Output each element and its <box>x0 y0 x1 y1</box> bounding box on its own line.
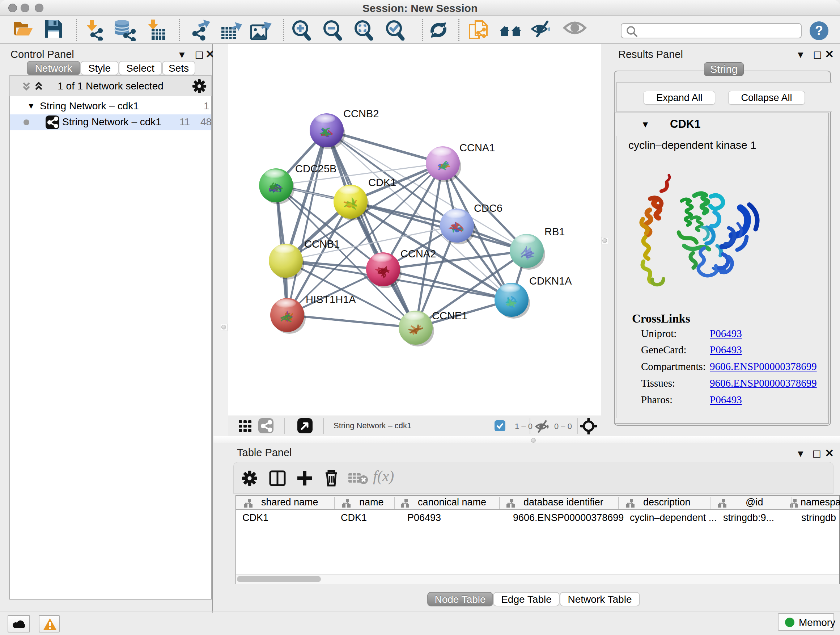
svg-text:CCNB2: CCNB2 <box>343 108 379 119</box>
svg-text:?: ? <box>815 23 823 38</box>
svg-text:HIST1H1A: HIST1H1A <box>306 294 356 305</box>
svg-text:CCNA1: CCNA1 <box>459 142 495 154</box>
svg-text:CCNA2: CCNA2 <box>401 248 436 260</box>
svg-text:CCNE1: CCNE1 <box>432 310 467 321</box>
svg-text:CDC6: CDC6 <box>474 203 502 214</box>
svg-text:CDK1: CDK1 <box>368 177 396 188</box>
svg-text:CDC25B: CDC25B <box>295 163 336 174</box>
svg-text:CCNB1: CCNB1 <box>304 238 340 250</box>
svg-text:RB1: RB1 <box>545 226 565 238</box>
svg-text:CDKN1A: CDKN1A <box>529 275 572 287</box>
